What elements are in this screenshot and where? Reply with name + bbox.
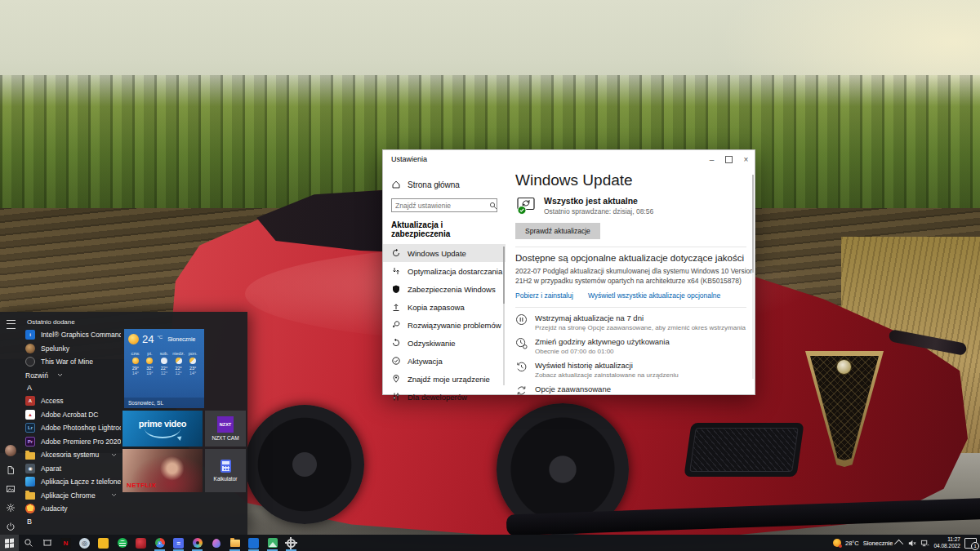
tray-date: 04.08.2022 [933,543,960,549]
volume-muted-icon[interactable] [907,539,916,548]
folder-item-chrome-apps[interactable]: Aplikacje Chrome [21,489,121,503]
item-title: Wstrzymaj aktualizacje na 7 dni [535,313,746,322]
nzxt-logo: NZXT [217,416,234,433]
title-bar[interactable]: Ustawienia – × [383,150,755,168]
section-letter-b[interactable]: B [21,516,121,528]
start-menu: Ostatnio dodane i Intel® Graphics Comman… [0,312,247,535]
taskbar-paint3d[interactable] [207,535,225,551]
start-button[interactable] [0,535,19,551]
user-avatar[interactable] [5,445,16,456]
sun-icon [132,358,139,364]
taskbar-steam[interactable]: ◎ [75,535,94,551]
download-install-link[interactable]: Pobierz i zainstaluj [515,291,573,300]
section-letter-a[interactable]: A [21,382,121,394]
check-updates-button[interactable]: Sprawdź aktualizacje [515,223,600,239]
power-icon[interactable] [6,522,16,531]
tray-condition[interactable]: Słonecznie [863,540,893,547]
settings-window: Ustawienia – × Strona główna Aktualizacj… [382,149,755,395]
update-history-item[interactable]: Wyświetl historię aktualizacji Zobacz ak… [515,361,746,379]
taskbar-notes-app[interactable] [94,535,113,551]
taskbar-mail[interactable] [244,535,263,551]
item-title: Opcje zaawansowane [535,384,663,393]
app-item-camera[interactable]: ◉ Aparat [21,462,121,476]
settings-search-box[interactable] [391,198,497,212]
sidebar-item-windows-security[interactable]: Zabezpieczenia Windows [383,280,506,298]
taskbar-cam-app[interactable] [188,535,207,551]
settings-gear-icon[interactable] [6,503,16,513]
sidebar-item-label: Aktywacja [408,357,443,366]
sidebar-item-recovery[interactable]: Odzyskiwanie [383,334,506,352]
calculator-tile[interactable]: Kalkulator [205,449,246,492]
settings-sidebar: Strona główna Aktualizacja i zabezpiecze… [383,168,506,395]
optional-updates-heading: Dostępne są opcjonalne aktualizacje doty… [515,253,746,263]
tray-time: 11:27 [933,536,960,543]
settings-search-input[interactable] [392,202,489,210]
sidebar-item-delivery-optimization[interactable]: Optymalizacja dostarczania [383,262,506,280]
active-hours-item[interactable]: Zmień godziny aktywnego użytkowania Obec… [515,337,746,355]
tray-weather-icon[interactable] [833,539,841,547]
settings-gear-icon [287,539,296,548]
task-view-button[interactable] [38,535,56,551]
premiere-icon: Pr [25,437,35,447]
hidden-icons-chevron[interactable] [894,540,903,549]
app-item-audacity[interactable]: Audacity [21,502,121,516]
sidebar-item-label: Windows Update [408,249,466,258]
sidebar-item-troubleshoot[interactable]: Rozwiązywanie problemów [383,316,506,334]
app-item-intel-gcc[interactable]: i Intel® Graphics Command Center (Be... [21,328,121,342]
hamburger-menu-icon[interactable] [7,320,16,329]
sidebar-item-windows-update[interactable]: Windows Update [383,244,506,262]
nzxt-cam-tile[interactable]: NZXT NZXT CAM [205,411,246,447]
taskbar-photos[interactable] [263,535,282,551]
minimize-button[interactable]: – [703,150,720,168]
sidebar-item-find-my-device[interactable]: Znajdź moje urządzenie [383,370,506,388]
taskbar-file-explorer[interactable] [225,535,244,551]
update-status-title: Wszystko jest aktualne [544,196,653,206]
tray-temperature[interactable]: 28°C [845,540,859,547]
sidebar-item-activation[interactable]: Aktywacja [383,352,506,370]
expand-row[interactable]: Rozwiń [21,369,121,383]
taskbar-search-button[interactable] [19,535,38,551]
sidebar-item-backup[interactable]: Kopia zapasowa [383,298,506,316]
sidebar-item-developers[interactable]: Dla deweloperów [383,388,506,406]
main-scrollbar[interactable] [752,175,754,379]
app-item-acrobat[interactable]: ▲ Adobe Acrobat DC [21,408,121,422]
advanced-options-item[interactable]: Opcje zaawansowane Dodatkowe kontrolki i… [515,384,746,395]
pictures-icon[interactable] [6,484,16,494]
taskbar-calculator[interactable]: = [169,535,188,551]
windows-logo-icon [5,538,14,548]
folder-item-system-accessories[interactable]: Akcesoria systemu [21,448,121,462]
action-center-icon[interactable]: 1 [964,538,977,549]
taskbar-chrome[interactable] [150,535,169,551]
search-icon [489,202,497,210]
prime-video-tile[interactable]: prime video [122,411,203,447]
maximize-button[interactable] [720,150,737,168]
netflix-tile[interactable]: NETFLIX [122,449,203,492]
folder-icon [25,492,35,500]
item-title: Zmień godziny aktywnego użytkowania [535,337,670,346]
taskbar-netflix[interactable]: N [56,535,75,551]
app-item-access[interactable]: A Access [21,394,121,408]
close-button[interactable]: × [737,150,755,168]
documents-icon[interactable] [6,465,16,475]
app-item-phone-link[interactable]: Aplikacja Łącze z telefonem [21,475,121,489]
app-item-this-war-of-mine[interactable]: This War of Mine [21,355,121,369]
taskbar-red-app[interactable] [131,535,150,551]
netflix-icon: N [60,538,71,549]
expand-label: Rozwiń [25,371,48,380]
app-item-premiere[interactable]: Pr Adobe Premiere Pro 2020 [21,435,121,449]
pause-updates-item[interactable]: Wstrzymaj aktualizacje na 7 dni Przejdź … [515,313,746,331]
app-item-lightroom[interactable]: Lr Adobe Photoshop Lightroom 5.7.1 64... [21,421,121,435]
sidebar-scrollbar[interactable] [503,247,505,385]
network-icon[interactable] [920,539,929,548]
sidebar-item-home[interactable]: Strona główna [383,176,506,193]
taskbar-settings[interactable] [282,535,301,551]
paint-drop-icon [212,539,220,548]
view-all-optional-link[interactable]: Wyświetl wszystkie aktualizacje opcjonal… [588,291,720,300]
clock[interactable]: 11:27 04.08.2022 [933,536,960,549]
app-label: Aplikacja Łącze z telefonem [41,478,121,486]
app-item-spelunky[interactable]: Spelunky [21,342,121,356]
shield-icon [391,284,401,294]
taskbar-spotify[interactable] [113,535,131,551]
sidebar-item-label: Znajdź moje urządzenie [408,375,490,384]
weather-tile[interactable]: 24 °C Słonecznie czw. 29°14° pt. 32°19° … [124,329,204,408]
